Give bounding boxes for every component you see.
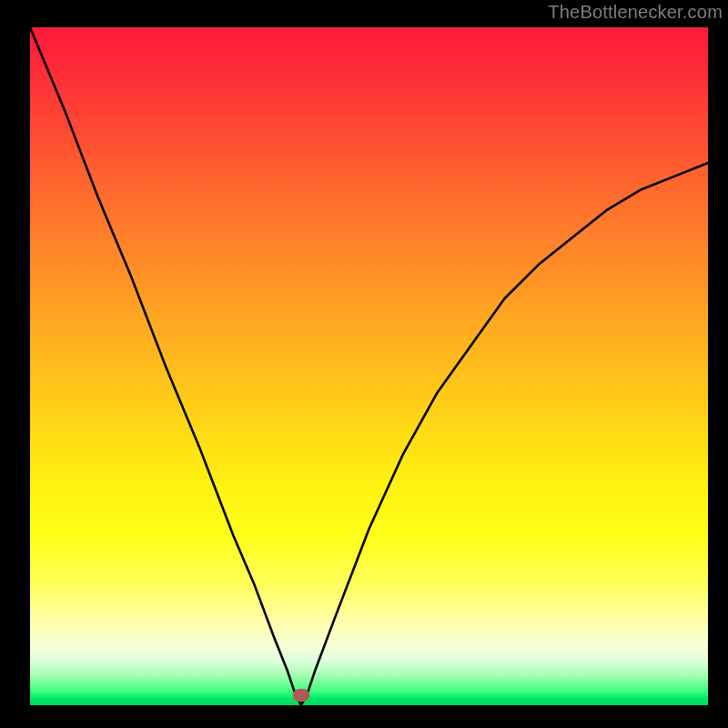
curve-svg bbox=[30, 27, 708, 705]
optimum-marker bbox=[293, 689, 309, 702]
attribution-text: TheBottlenecker.com bbox=[548, 2, 723, 23]
bottleneck-curve bbox=[30, 27, 708, 705]
chart-frame: TheBottlenecker.com bbox=[0, 0, 728, 728]
plot-area bbox=[30, 27, 708, 705]
